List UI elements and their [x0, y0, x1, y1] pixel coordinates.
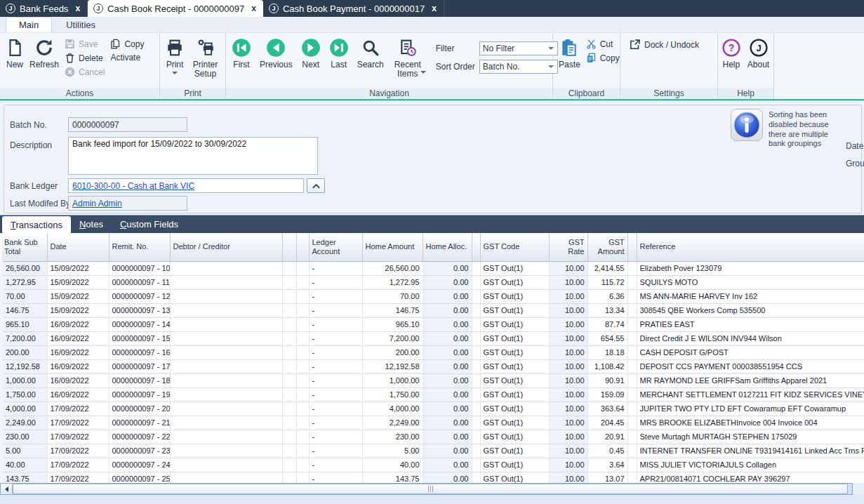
cell-home-amount[interactable]: 4,000.00 [362, 402, 423, 416]
cell-gst-rate[interactable]: 10.00 [549, 387, 587, 402]
cell-gst-rate[interactable]: 10.00 [549, 275, 587, 289]
cell-remit-no[interactable]: 0000000097 - 20 [109, 402, 170, 416]
cell-gst-code[interactable]: GST Out(1) [480, 444, 549, 458]
last-button[interactable]: Last [326, 36, 352, 88]
cell-date[interactable]: 17/09/2022 [47, 444, 109, 458]
cell-ledger-account[interactable]: - [309, 430, 362, 444]
delete-button[interactable]: Delete [65, 53, 105, 63]
cell-ledger-account[interactable]: - [309, 416, 362, 430]
tab-notes[interactable]: Notes [71, 215, 112, 233]
cell-bank-sub-total[interactable]: 1,272.95 [1, 275, 47, 289]
cell-home-alloc[interactable]: 0.00 [423, 458, 472, 472]
cell-date[interactable]: 17/09/2022 [47, 458, 109, 472]
table-row[interactable]: 4,000.0017/09/20220000000097 - 20-4,000.… [1, 402, 864, 416]
cell-debtor-creditor[interactable] [170, 472, 282, 483]
cancel-button[interactable]: Cancel [65, 67, 105, 77]
cell-date[interactable]: 16/09/2022 [47, 331, 109, 345]
column-header-remit-no[interactable]: Remit. No. [109, 233, 170, 261]
cell-gst-amount[interactable]: 20.91 [587, 430, 627, 444]
cell-date[interactable]: 15/09/2022 [47, 303, 109, 317]
cell-remit-no[interactable]: 0000000097 - 17 [109, 359, 170, 373]
about-button[interactable]: J About [745, 36, 772, 88]
table-row[interactable]: 143.7517/09/20220000000097 - 25-143.750.… [1, 472, 864, 483]
cell-reference[interactable]: Direct Credit J E WILSON INV944 Wilson [637, 331, 864, 345]
table-row[interactable]: 40.0017/09/20220000000097 - 24-40.000.00… [1, 458, 864, 472]
cell-gst-code[interactable]: GST Out(1) [480, 317, 549, 331]
cell-remit-no[interactable]: 0000000097 - 14 [109, 317, 170, 331]
cell-reference[interactable]: MISS JULIET VICTORIAJULS Collagen [637, 458, 864, 472]
cell-date[interactable]: 15/09/2022 [47, 261, 109, 275]
cell-gst-amount[interactable]: 13.07 [587, 472, 627, 483]
cell-gst-rate[interactable]: 10.00 [549, 289, 587, 303]
cell-ledger-account[interactable]: - [309, 402, 362, 416]
cell-home-alloc[interactable]: 0.00 [423, 289, 472, 303]
cell-gst-code[interactable]: GST Out(1) [480, 261, 549, 275]
ribbon-tab-utilities[interactable]: Utilities [53, 18, 108, 32]
cell-gst-amount[interactable]: 6.36 [587, 289, 627, 303]
copy-button[interactable]: Copy [110, 39, 144, 49]
cell-home-amount[interactable]: 26,560.00 [362, 261, 423, 275]
cell-gst-amount[interactable]: 2,414.55 [587, 261, 627, 275]
column-header-home-amount[interactable]: Home Amount [362, 233, 423, 261]
cell-reference[interactable]: JUPITER TWO PTY LTD EFT Cowaramup EFT Co… [637, 402, 864, 416]
cell-ledger-account[interactable]: - [309, 289, 362, 303]
cell-remit-no[interactable]: 0000000097 - 24 [109, 458, 170, 472]
bank-ledger-link[interactable]: 6010-300-00 - Cash at Bank VIC [72, 181, 194, 191]
cell-date[interactable]: 16/09/2022 [47, 345, 109, 359]
previous-button[interactable]: Previous [257, 36, 295, 88]
cell-gst-code[interactable]: GST Out(1) [480, 430, 549, 444]
cell-gst-amount[interactable]: 87.74 [587, 317, 627, 331]
first-button[interactable]: First [229, 36, 254, 88]
cell-gst-rate[interactable]: 10.00 [549, 416, 587, 430]
cell-home-amount[interactable]: 143.75 [362, 472, 423, 483]
cell-gst-code[interactable]: GST Out(1) [480, 387, 549, 402]
cell-date[interactable]: 17/09/2022 [47, 416, 109, 430]
batch-no-field[interactable]: 0000000097 [68, 117, 187, 132]
table-row[interactable]: 1,000.0016/09/20220000000097 - 18-1,000.… [1, 373, 864, 387]
cell-gst-rate[interactable]: 10.00 [549, 303, 587, 317]
close-icon[interactable]: x [75, 4, 80, 13]
cell-gst-amount[interactable]: 13.34 [587, 303, 627, 317]
table-row[interactable]: 200.0016/09/20220000000097 - 16-200.000.… [1, 345, 864, 359]
table-row[interactable]: 1,750.0016/09/20220000000097 - 19-1,750.… [1, 387, 864, 402]
table-row[interactable]: 70.0015/09/20220000000097 - 12-70.000.00… [1, 289, 864, 303]
cell-gst-amount[interactable]: 90.91 [587, 373, 627, 387]
cell-bank-sub-total[interactable]: 70.00 [1, 289, 47, 303]
cell-date[interactable]: 16/09/2022 [47, 359, 109, 373]
cell-home-alloc[interactable]: 0.00 [423, 373, 472, 387]
help-button[interactable]: ? Help [719, 36, 743, 88]
filter-dropdown[interactable]: No Filter [479, 41, 558, 55]
paste-button[interactable]: Paste [556, 36, 583, 88]
cell-bank-sub-total[interactable]: 200.00 [1, 345, 47, 359]
printer-setup-button[interactable]: Printer Setup [188, 36, 222, 88]
cell-ledger-account[interactable]: - [309, 331, 362, 345]
cell-remit-no[interactable]: 0000000097 - 22 [109, 430, 170, 444]
cell-bank-sub-total[interactable]: 1,000.00 [1, 373, 47, 387]
cell-gst-rate[interactable]: 10.00 [549, 373, 587, 387]
cell-remit-no[interactable]: 0000000097 - 15 [109, 331, 170, 345]
cell-bank-sub-total[interactable]: 12,192.58 [1, 359, 47, 373]
column-header-ledger-account[interactable]: Ledger Account [309, 233, 362, 261]
column-header-gst-amount[interactable]: GST Amount [587, 233, 627, 261]
cell-date[interactable]: 17/09/2022 [47, 402, 109, 416]
cell-home-alloc[interactable]: 0.00 [423, 275, 472, 289]
column-header-date[interactable]: Date [47, 233, 109, 261]
activate-button[interactable]: Activate [110, 53, 144, 62]
cell-bank-sub-total[interactable]: 143.75 [1, 472, 47, 483]
cell-ledger-account[interactable]: - [309, 373, 362, 387]
cell-ledger-account[interactable]: - [309, 444, 362, 458]
cell-remit-no[interactable]: 0000000097 - 12 [109, 289, 170, 303]
cell-gst-rate[interactable]: 10.00 [549, 472, 587, 483]
next-button[interactable]: Next [298, 36, 324, 88]
cell-home-alloc[interactable]: 0.00 [423, 402, 472, 416]
tab-cash-book-receipt[interactable]: J Cash Book Receipt - 0000000097 x [88, 0, 263, 17]
cell-home-amount[interactable]: 12,192.58 [362, 359, 423, 373]
column-header-gst-rate[interactable]: GST Rate [549, 233, 587, 261]
cell-home-alloc[interactable]: 0.00 [423, 444, 472, 458]
cell-date[interactable]: 16/09/2022 [47, 317, 109, 331]
cell-ledger-account[interactable]: - [309, 458, 362, 472]
save-button[interactable]: Save [65, 39, 105, 49]
cell-gst-code[interactable]: GST Out(1) [480, 275, 549, 289]
scroll-left-button[interactable] [1, 484, 13, 494]
cell-ledger-account[interactable]: - [309, 387, 362, 402]
